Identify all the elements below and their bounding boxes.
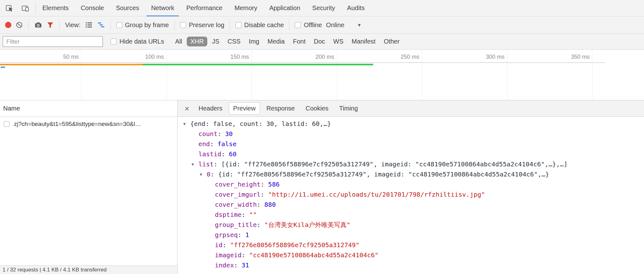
filter-toggle-button[interactable] (46, 21, 54, 29)
json-key: list (198, 160, 214, 168)
json-plain: : (238, 231, 245, 239)
expand-arrow-icon[interactable]: ▼ (200, 170, 207, 180)
json-plain: : (221, 150, 229, 158)
json-str: "http://i1.umei.cc/uploads/tu/201701/798… (268, 191, 485, 198)
json-tree-row[interactable]: ▼0: {id: "ff276e8056f58896e7cf92505a3127… (178, 169, 644, 179)
timeline-gridline (337, 50, 337, 100)
record-icon (5, 22, 11, 28)
json-tree-row[interactable]: id: "ff276e8056f58896e7cf92505a312749" (178, 240, 644, 250)
expand-arrow-icon[interactable]: ▼ (191, 159, 198, 170)
divider (230, 20, 230, 30)
json-key: grpseq (215, 231, 238, 239)
filter-type-img[interactable]: Img (245, 37, 263, 46)
filter-type-manifest[interactable]: Manifest (348, 37, 379, 46)
filter-type-all[interactable]: All (172, 37, 185, 46)
clear-button[interactable] (15, 21, 23, 29)
filter-type-font[interactable]: Font (289, 37, 309, 46)
detail-tab-response[interactable]: Response (262, 102, 299, 115)
expand-arrow-icon[interactable]: ▼ (183, 119, 190, 129)
filter-type-ws[interactable]: WS (330, 37, 347, 46)
json-key: imageid (215, 251, 241, 259)
panel-tab-list: ElementsConsoleSourcesNetworkPerformance… (36, 0, 371, 16)
json-tree-row[interactable]: group_title: "台湾美女Kila户外唯美写真" (178, 220, 644, 230)
tab-sources[interactable]: Sources (110, 0, 145, 16)
json-str: "台湾美女Kila户外唯美写真" (264, 221, 350, 229)
tab-console[interactable]: Console (75, 0, 110, 16)
detail-tab-cookies[interactable]: Cookies (301, 102, 333, 115)
json-str: "ff276e8056f58896e7cf92505a312749" (230, 241, 359, 249)
timeline-label: 100 ms (117, 52, 164, 61)
record-button[interactable] (5, 22, 11, 28)
json-tree-row[interactable]: count: 30 (178, 129, 644, 139)
json-tree-row[interactable]: end: false (178, 139, 644, 149)
network-overview[interactable]: 50 ms100 ms150 ms200 ms250 ms300 ms350 m… (0, 50, 644, 100)
preview-json-tree: ▼{end: false, count: 30, lastid: 60,…}co… (178, 117, 644, 274)
checkbox-label: Disable cache (244, 21, 284, 29)
detail-tab-preview[interactable]: Preview (229, 102, 260, 115)
tab-memory[interactable]: Memory (228, 0, 263, 16)
json-key: cover_width (215, 201, 257, 208)
offline-checkbox[interactable]: Offline (295, 21, 322, 29)
waterfall-icon (97, 21, 105, 29)
requests-summary-bar: 1 / 32 requests | 4.1 KB / 4.1 KB transf… (0, 265, 177, 274)
filter-type-js[interactable]: JS (209, 37, 223, 46)
tab-elements[interactable]: Elements (36, 0, 75, 16)
json-tree-row[interactable]: index: 31 (178, 260, 644, 270)
camera-icon (34, 21, 42, 29)
json-tree-row[interactable]: ▼list: [{id: "ff276e8056f58896e7cf92505a… (178, 159, 644, 169)
filter-type-doc[interactable]: Doc (310, 37, 329, 46)
timeline-label: 300 ms (457, 52, 505, 61)
tab-network[interactable]: Network (145, 0, 180, 16)
detail-tab-headers[interactable]: Headers (194, 102, 227, 115)
json-bool: false (217, 140, 236, 148)
json-tree-row[interactable]: cover_height: 586 (178, 179, 644, 189)
preserve-log-checkbox[interactable]: Preserve log (180, 21, 224, 29)
json-tree-row[interactable]: grpseq: 1 (178, 230, 644, 240)
json-tree-row[interactable]: dsptime: "" (178, 210, 644, 220)
json-num: 30 (225, 130, 233, 138)
request-row[interactable]: zj?ch=beauty&t1=595&listtype=new&sn=30&l… (0, 117, 177, 131)
hide-data-urls-checkbox[interactable]: Hide data URLs (111, 38, 164, 45)
filter-type-xhr[interactable]: XHR (187, 37, 207, 46)
tab-application[interactable]: Application (263, 0, 306, 16)
checkbox-box (235, 22, 241, 28)
filter-type-css[interactable]: CSS (224, 37, 244, 46)
panel-tab-bar: ElementsConsoleSourcesNetworkPerformance… (0, 0, 644, 16)
dropdown-caret-icon[interactable]: ▾ (358, 22, 361, 28)
json-tree-row[interactable]: imageid: "cc48190e57100864abc4d55a2c4104… (178, 250, 644, 260)
json-tree-row[interactable]: cover_imgurl: "http://i1.umei.cc/uploads… (178, 189, 644, 200)
view-label: View: (65, 21, 81, 29)
timeline-label: 50 ms (31, 52, 79, 61)
json-plain: : (214, 160, 221, 168)
json-tree-row[interactable]: ▼{end: false, count: 30, lastid: 60,…} (178, 119, 644, 129)
tab-performance[interactable]: Performance (180, 0, 229, 16)
json-plain: : (241, 211, 249, 218)
throttling-selector[interactable]: Online (326, 21, 344, 29)
disable-cache-checkbox[interactable]: Disable cache (235, 21, 284, 29)
show-overview-button[interactable] (97, 21, 105, 29)
capture-screenshots-button[interactable] (34, 21, 42, 29)
tab-security[interactable]: Security (306, 0, 341, 16)
tab-audits[interactable]: Audits (341, 0, 371, 16)
close-icon[interactable]: × (181, 104, 193, 113)
filter-input[interactable] (3, 36, 103, 47)
json-key: end (198, 140, 210, 148)
inspect-element-icon[interactable] (5, 4, 14, 13)
json-plain: {id: "ff276e8056f58896e7cf92505a312749",… (218, 170, 549, 178)
json-plain: : (210, 140, 217, 148)
json-tree-row[interactable]: cover_width: 880 (178, 200, 644, 210)
group-by-frame-checkbox[interactable]: Group by frame (116, 21, 169, 29)
json-key: group_title (215, 221, 257, 229)
request-rows-view-button[interactable] (85, 21, 93, 29)
name-column-header[interactable]: Name (0, 100, 177, 117)
divider (35, 3, 36, 13)
detail-tab-timing[interactable]: Timing (335, 102, 362, 115)
filter-type-media[interactable]: Media (264, 37, 288, 46)
divider (111, 20, 111, 30)
json-num: 1 (245, 231, 249, 239)
checkbox-box (116, 22, 122, 28)
device-toolbar-icon[interactable] (21, 4, 30, 13)
json-tree-row[interactable]: lastid: 60 (178, 149, 644, 159)
filter-type-other[interactable]: Other (380, 37, 403, 46)
request-checkbox[interactable] (4, 121, 9, 127)
